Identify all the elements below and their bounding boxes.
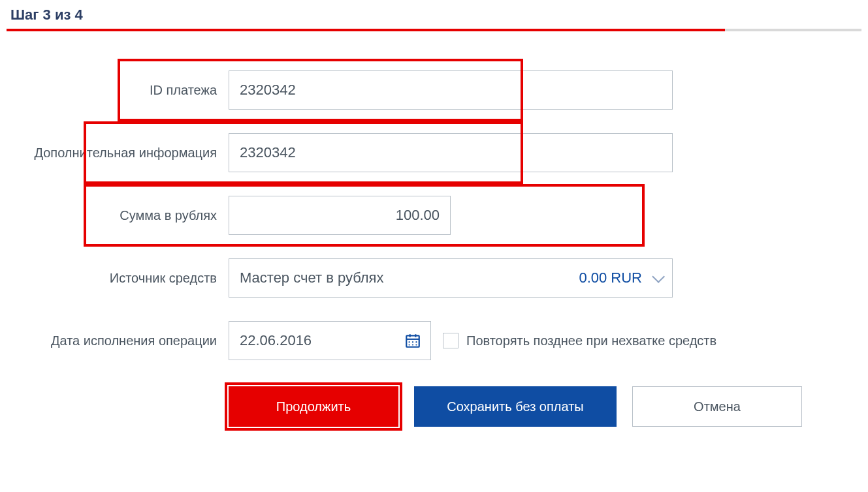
progress-bar — [7, 29, 861, 31]
retry-checkbox[interactable] — [443, 333, 458, 348]
extra-info-label: Дополнительная информация — [7, 145, 229, 161]
source-selected-text: Мастер счет в рублях — [240, 269, 384, 286]
source-label: Источник средств — [7, 270, 229, 286]
amount-input[interactable] — [229, 196, 451, 235]
source-balance: 0.00 RUR — [579, 269, 642, 286]
save-button-label: Сохранить без оплаты — [447, 399, 583, 414]
continue-button[interactable]: Продолжить — [229, 386, 398, 427]
cancel-button[interactable]: Отмена — [632, 386, 802, 427]
source-select[interactable]: Мастер счет в рублях 0.00 RUR — [229, 258, 673, 298]
payment-id-input[interactable] — [229, 70, 673, 110]
step-heading: Шаг 3 из 4 — [10, 7, 861, 23]
date-input[interactable]: 22.06.2016 — [229, 321, 431, 360]
chevron-down-icon — [652, 270, 665, 283]
retry-label: Повторять позднее при нехватке средств — [466, 333, 716, 348]
progress-fill — [7, 29, 725, 31]
cancel-button-label: Отмена — [694, 399, 741, 414]
payment-id-label: ID платежа — [7, 82, 229, 98]
amount-label: Сумма в рублях — [7, 208, 229, 223]
date-value: 22.06.2016 — [240, 332, 312, 349]
extra-info-input[interactable] — [229, 133, 673, 172]
calendar-icon[interactable] — [404, 332, 421, 349]
continue-button-label: Продолжить — [276, 399, 351, 414]
save-without-payment-button[interactable]: Сохранить без оплаты — [414, 386, 617, 427]
date-label: Дата исполнения операции — [7, 333, 229, 348]
